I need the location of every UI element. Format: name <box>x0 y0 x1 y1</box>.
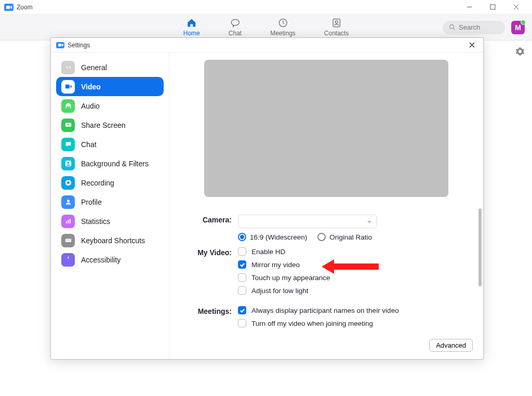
checkbox-label: Adjust for low light <box>251 287 309 295</box>
sidebar-item-label: Audio <box>81 102 100 110</box>
svg-point-7 <box>335 21 338 23</box>
lowlight-checkbox[interactable]: Adjust for low light <box>238 286 462 295</box>
advanced-button[interactable]: Advanced <box>429 339 473 352</box>
sidebar-item-label: General <box>81 63 107 72</box>
close-modal-button[interactable] <box>466 39 478 51</box>
checkbox-label: Touch up my appearance <box>251 274 330 282</box>
window-title: Zoom <box>17 4 33 11</box>
sidebar-item-label: Recording <box>81 179 114 187</box>
svg-rect-20 <box>70 219 71 223</box>
zoom-app-icon <box>56 42 64 48</box>
sidebar-item-chat[interactable]: Chat <box>56 135 164 154</box>
nav-label: Contacts <box>324 30 349 37</box>
scrollbar[interactable] <box>478 208 482 333</box>
svg-point-14 <box>67 162 69 164</box>
svg-line-9 <box>453 28 455 30</box>
minimize-button[interactable] <box>458 0 481 15</box>
svg-point-17 <box>67 200 70 202</box>
sidebar-item-audio[interactable]: Audio <box>56 96 164 115</box>
contacts-icon <box>331 18 342 28</box>
checkbox-icon <box>238 306 246 314</box>
nav-meetings[interactable]: Meetings <box>270 18 296 37</box>
sidebar-item-accessibility[interactable]: Accessibility <box>56 250 164 269</box>
checkbox-icon <box>238 273 246 282</box>
sidebar-item-recording[interactable]: Recording <box>56 173 164 192</box>
settings-sidebar: General Video Audio Share Screen Chat Ba… <box>51 52 169 359</box>
person-square-icon <box>61 157 75 170</box>
gear-icon <box>61 61 75 74</box>
meetings-label: Meetings: <box>190 306 238 327</box>
sidebar-item-label: Accessibility <box>81 256 121 264</box>
record-icon <box>61 176 75 190</box>
radio-icon <box>238 233 246 241</box>
nav-label: Chat <box>229 30 242 37</box>
modal-header: Settings <box>51 38 483 52</box>
ratio-169-option[interactable]: 16:9 (Widescreen) <box>238 233 307 241</box>
radio-icon <box>317 233 326 241</box>
sidebar-item-general[interactable]: General <box>56 58 164 77</box>
share-screen-icon <box>61 118 75 132</box>
nav-home[interactable]: Home <box>183 18 200 37</box>
sidebar-item-keyboard[interactable]: Keyboard Shortcuts <box>56 231 164 250</box>
myvideo-label: My Video: <box>190 247 238 295</box>
sidebar-item-label: Background & Filters <box>81 160 149 168</box>
checkbox-icon <box>238 319 246 327</box>
nav-chat[interactable]: Chat <box>229 18 242 37</box>
scrollbar-thumb[interactable] <box>478 208 482 286</box>
search-icon <box>449 24 456 31</box>
modal-title: Settings <box>68 42 90 49</box>
settings-gear-button[interactable] <box>515 47 525 58</box>
turnoff-video-checkbox[interactable]: Turn off my video when joining meeting <box>238 319 462 327</box>
sidebar-item-label: Profile <box>81 198 102 206</box>
sidebar-item-label: Share Screen <box>81 121 126 129</box>
chat-icon <box>230 18 240 28</box>
svg-rect-23 <box>68 240 68 240</box>
svg-point-25 <box>68 257 69 258</box>
radio-label: Original Ratio <box>329 233 372 241</box>
maximize-button[interactable] <box>481 0 504 15</box>
checkbox-label: Mirror my video <box>251 261 300 269</box>
sidebar-item-background[interactable]: Background & Filters <box>56 154 164 173</box>
sidebar-item-video[interactable]: Video <box>56 77 164 96</box>
sidebar-item-statistics[interactable]: Statistics <box>56 212 164 231</box>
sidebar-item-share-screen[interactable]: Share Screen <box>56 115 164 135</box>
accessibility-icon <box>61 253 75 267</box>
video-icon <box>61 80 75 94</box>
show-names-checkbox[interactable]: Always display participant names on thei… <box>238 306 462 314</box>
svg-rect-18 <box>66 221 67 223</box>
search-input[interactable]: Search <box>443 21 505 34</box>
nav-contacts[interactable]: Contacts <box>324 18 349 37</box>
sidebar-item-label: Keyboard Shortcuts <box>81 236 145 245</box>
video-preview <box>204 60 448 197</box>
svg-rect-24 <box>69 240 69 240</box>
checkbox-icon <box>238 286 246 295</box>
search-placeholder: Search <box>459 23 480 31</box>
checkbox-label: Always display participant names on thei… <box>251 307 399 314</box>
gear-icon <box>515 47 525 56</box>
headphones-icon <box>61 99 75 113</box>
close-window-button[interactable] <box>504 0 528 15</box>
settings-content: Camera: 16:9 (Widescreen) Original Ratio <box>169 52 483 359</box>
settings-modal: Settings General Video Audio Share Scree… <box>50 37 484 360</box>
sidebar-item-label: Statistics <box>81 217 110 226</box>
nav-label: Home <box>183 30 200 37</box>
top-navigation: Home Chat Meetings Contacts Search M <box>0 15 532 41</box>
zoom-app-icon <box>4 4 14 11</box>
mirror-video-checkbox[interactable]: Mirror my video <box>238 260 462 269</box>
checkbox-label: Enable HD <box>251 248 285 256</box>
camera-dropdown[interactable] <box>238 215 377 228</box>
checkbox-icon <box>238 247 246 256</box>
svg-point-4 <box>231 19 239 25</box>
user-avatar[interactable]: M <box>511 21 525 34</box>
sidebar-item-profile[interactable]: Profile <box>56 192 164 212</box>
home-icon <box>187 18 197 28</box>
touchup-checkbox[interactable]: Touch up my appearance <box>238 273 462 282</box>
radio-label: 16:9 (Widescreen) <box>250 233 307 241</box>
sidebar-item-label: Video <box>81 83 101 91</box>
camera-label: Camera: <box>190 215 238 241</box>
ratio-original-option[interactable]: Original Ratio <box>317 233 372 241</box>
svg-rect-22 <box>66 240 66 240</box>
checkbox-icon <box>238 260 246 269</box>
sidebar-item-label: Chat <box>81 140 97 149</box>
enable-hd-checkbox[interactable]: Enable HD <box>238 247 462 256</box>
